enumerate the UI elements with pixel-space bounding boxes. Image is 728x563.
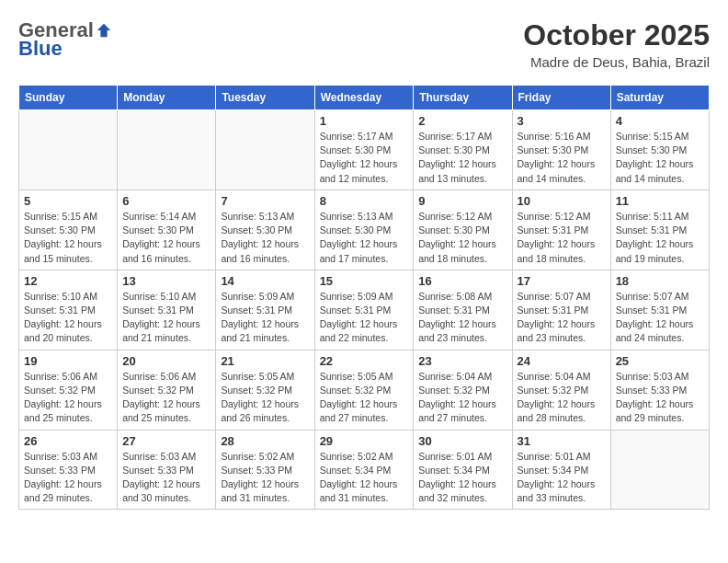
weekday-header-thursday: Thursday xyxy=(414,86,512,110)
day-info: Sunrise: 5:14 AM Sunset: 5:30 PM Dayligh… xyxy=(122,210,210,266)
day-info: Sunrise: 5:12 AM Sunset: 5:31 PM Dayligh… xyxy=(518,210,606,266)
calendar-cell: 21Sunrise: 5:05 AM Sunset: 5:32 PM Dayli… xyxy=(216,350,314,430)
calendar-cell xyxy=(610,430,709,510)
calendar-week-4: 19Sunrise: 5:06 AM Sunset: 5:32 PM Dayli… xyxy=(19,350,710,430)
day-info: Sunrise: 5:03 AM Sunset: 5:33 PM Dayligh… xyxy=(24,450,112,506)
day-info: Sunrise: 5:17 AM Sunset: 5:30 PM Dayligh… xyxy=(418,130,506,186)
day-number: 17 xyxy=(518,274,606,288)
day-number: 11 xyxy=(616,194,704,208)
calendar-cell: 28Sunrise: 5:02 AM Sunset: 5:33 PM Dayli… xyxy=(216,430,314,510)
day-info: Sunrise: 5:10 AM Sunset: 5:31 PM Dayligh… xyxy=(24,290,112,346)
day-number: 28 xyxy=(221,434,309,448)
calendar-cell: 20Sunrise: 5:06 AM Sunset: 5:32 PM Dayli… xyxy=(118,350,216,430)
calendar-cell: 19Sunrise: 5:06 AM Sunset: 5:32 PM Dayli… xyxy=(19,350,118,430)
day-info: Sunrise: 5:13 AM Sunset: 5:30 PM Dayligh… xyxy=(320,210,409,266)
day-info: Sunrise: 5:09 AM Sunset: 5:31 PM Dayligh… xyxy=(320,290,409,346)
day-number: 27 xyxy=(122,434,210,448)
day-info: Sunrise: 5:02 AM Sunset: 5:34 PM Dayligh… xyxy=(320,450,409,506)
day-number: 25 xyxy=(616,354,704,368)
day-number: 13 xyxy=(122,274,210,288)
calendar-cell: 2Sunrise: 5:17 AM Sunset: 5:30 PM Daylig… xyxy=(414,110,512,190)
day-info: Sunrise: 5:08 AM Sunset: 5:31 PM Dayligh… xyxy=(418,290,506,346)
calendar-cell: 31Sunrise: 5:01 AM Sunset: 5:34 PM Dayli… xyxy=(512,430,610,510)
calendar-cell: 15Sunrise: 5:09 AM Sunset: 5:31 PM Dayli… xyxy=(314,270,414,350)
day-info: Sunrise: 5:07 AM Sunset: 5:31 PM Dayligh… xyxy=(518,290,606,346)
day-info: Sunrise: 5:07 AM Sunset: 5:31 PM Dayligh… xyxy=(616,290,704,346)
day-number: 16 xyxy=(418,274,506,288)
day-info: Sunrise: 5:02 AM Sunset: 5:33 PM Dayligh… xyxy=(221,450,309,506)
calendar-cell: 10Sunrise: 5:12 AM Sunset: 5:31 PM Dayli… xyxy=(512,190,610,270)
svg-marker-0 xyxy=(97,24,110,37)
weekday-header-saturday: Saturday xyxy=(610,86,709,110)
calendar-cell: 6Sunrise: 5:14 AM Sunset: 5:30 PM Daylig… xyxy=(118,190,216,270)
calendar-cell: 16Sunrise: 5:08 AM Sunset: 5:31 PM Dayli… xyxy=(414,270,512,350)
weekday-header-friday: Friday xyxy=(512,86,610,110)
calendar-week-1: 1Sunrise: 5:17 AM Sunset: 5:30 PM Daylig… xyxy=(19,110,710,190)
location: Madre de Deus, Bahia, Brazil xyxy=(523,54,710,70)
day-info: Sunrise: 5:05 AM Sunset: 5:32 PM Dayligh… xyxy=(221,370,309,426)
page-header: General Blue October 2025 Madre de Deus,… xyxy=(18,18,710,70)
weekday-header-row: SundayMondayTuesdayWednesdayThursdayFrid… xyxy=(19,86,710,110)
calendar-week-5: 26Sunrise: 5:03 AM Sunset: 5:33 PM Dayli… xyxy=(19,430,710,510)
day-info: Sunrise: 5:09 AM Sunset: 5:31 PM Dayligh… xyxy=(221,290,309,346)
day-info: Sunrise: 5:03 AM Sunset: 5:33 PM Dayligh… xyxy=(122,450,210,506)
calendar-cell xyxy=(118,110,216,190)
calendar-cell: 23Sunrise: 5:04 AM Sunset: 5:32 PM Dayli… xyxy=(414,350,512,430)
day-info: Sunrise: 5:01 AM Sunset: 5:34 PM Dayligh… xyxy=(518,450,606,506)
day-number: 18 xyxy=(616,274,704,288)
day-info: Sunrise: 5:06 AM Sunset: 5:32 PM Dayligh… xyxy=(24,370,112,426)
day-number: 8 xyxy=(320,194,409,208)
day-number: 19 xyxy=(24,354,112,368)
day-number: 24 xyxy=(518,354,606,368)
day-number: 7 xyxy=(221,194,309,208)
day-number: 6 xyxy=(122,194,210,208)
day-info: Sunrise: 5:15 AM Sunset: 5:30 PM Dayligh… xyxy=(616,130,704,186)
day-number: 30 xyxy=(418,434,506,448)
calendar-cell: 29Sunrise: 5:02 AM Sunset: 5:34 PM Dayli… xyxy=(314,430,414,510)
calendar-cell: 25Sunrise: 5:03 AM Sunset: 5:33 PM Dayli… xyxy=(610,350,709,430)
calendar-cell: 13Sunrise: 5:10 AM Sunset: 5:31 PM Dayli… xyxy=(118,270,216,350)
calendar-cell: 22Sunrise: 5:05 AM Sunset: 5:32 PM Dayli… xyxy=(314,350,414,430)
day-number: 23 xyxy=(418,354,506,368)
day-number: 2 xyxy=(418,114,506,128)
logo-blue-text: Blue xyxy=(18,37,63,60)
calendar-cell: 12Sunrise: 5:10 AM Sunset: 5:31 PM Dayli… xyxy=(19,270,118,350)
day-info: Sunrise: 5:17 AM Sunset: 5:30 PM Dayligh… xyxy=(320,130,409,186)
day-number: 3 xyxy=(518,114,606,128)
calendar-cell: 27Sunrise: 5:03 AM Sunset: 5:33 PM Dayli… xyxy=(118,430,216,510)
calendar-cell xyxy=(19,110,118,190)
day-number: 29 xyxy=(320,434,409,448)
day-number: 12 xyxy=(24,274,112,288)
weekday-header-sunday: Sunday xyxy=(19,86,118,110)
calendar-cell: 7Sunrise: 5:13 AM Sunset: 5:30 PM Daylig… xyxy=(216,190,314,270)
day-number: 14 xyxy=(221,274,309,288)
day-number: 26 xyxy=(24,434,112,448)
calendar-week-2: 5Sunrise: 5:15 AM Sunset: 5:30 PM Daylig… xyxy=(19,190,710,270)
day-info: Sunrise: 5:04 AM Sunset: 5:32 PM Dayligh… xyxy=(418,370,506,426)
calendar-cell: 17Sunrise: 5:07 AM Sunset: 5:31 PM Dayli… xyxy=(512,270,610,350)
weekday-header-monday: Monday xyxy=(118,86,216,110)
calendar-cell: 30Sunrise: 5:01 AM Sunset: 5:34 PM Dayli… xyxy=(414,430,512,510)
calendar-cell: 18Sunrise: 5:07 AM Sunset: 5:31 PM Dayli… xyxy=(610,270,709,350)
day-number: 9 xyxy=(418,194,506,208)
calendar-cell: 24Sunrise: 5:04 AM Sunset: 5:32 PM Dayli… xyxy=(512,350,610,430)
day-number: 22 xyxy=(320,354,409,368)
weekday-header-tuesday: Tuesday xyxy=(216,86,314,110)
calendar-cell: 8Sunrise: 5:13 AM Sunset: 5:30 PM Daylig… xyxy=(314,190,414,270)
day-info: Sunrise: 5:11 AM Sunset: 5:31 PM Dayligh… xyxy=(616,210,704,266)
logo-icon xyxy=(96,22,112,39)
title-block: October 2025 Madre de Deus, Bahia, Brazi… xyxy=(523,18,710,70)
day-info: Sunrise: 5:03 AM Sunset: 5:33 PM Dayligh… xyxy=(616,370,704,426)
day-info: Sunrise: 5:01 AM Sunset: 5:34 PM Dayligh… xyxy=(418,450,506,506)
day-number: 21 xyxy=(221,354,309,368)
day-number: 1 xyxy=(320,114,409,128)
day-info: Sunrise: 5:12 AM Sunset: 5:30 PM Dayligh… xyxy=(418,210,506,266)
calendar-cell: 3Sunrise: 5:16 AM Sunset: 5:30 PM Daylig… xyxy=(512,110,610,190)
day-number: 15 xyxy=(320,274,409,288)
month-title: October 2025 xyxy=(523,18,710,52)
calendar-cell: 11Sunrise: 5:11 AM Sunset: 5:31 PM Dayli… xyxy=(610,190,709,270)
calendar-cell xyxy=(216,110,314,190)
day-info: Sunrise: 5:06 AM Sunset: 5:32 PM Dayligh… xyxy=(122,370,210,426)
day-info: Sunrise: 5:05 AM Sunset: 5:32 PM Dayligh… xyxy=(320,370,409,426)
day-number: 4 xyxy=(616,114,704,128)
